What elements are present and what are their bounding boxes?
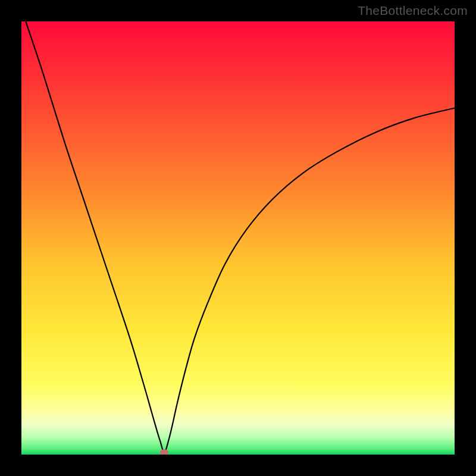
- bottleneck-curve: [21, 21, 455, 455]
- plot-area: [21, 21, 455, 455]
- chart-stage: TheBottleneck.com: [0, 0, 476, 476]
- curve-path: [26, 21, 455, 452]
- watermark-text: TheBottleneck.com: [358, 4, 468, 18]
- minimum-marker: [160, 449, 168, 455]
